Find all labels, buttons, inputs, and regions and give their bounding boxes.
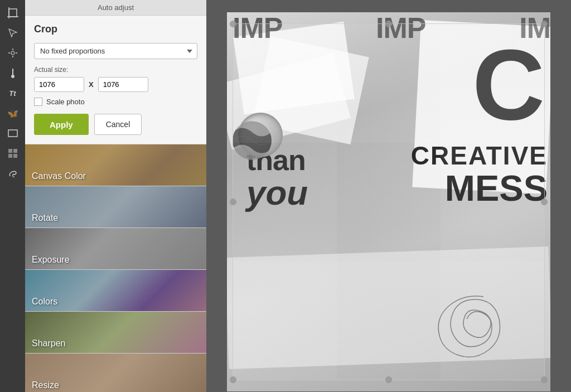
menu-item-exposure[interactable]: Exposure [25,228,206,270]
imp-text-1: IMP [227,13,282,42]
side-panel: Auto adjust Crop No fixed proportions 1:… [25,0,206,392]
scribble-svg [411,263,522,375]
canvas-color-label: Canvas Color [25,167,206,186]
crop-dropdown-row: No fixed proportions 1:1 (Square) 4:3 16… [34,43,197,59]
menu-items-list: Canvas Color Rotate Exposure Colors Shar… [25,144,206,392]
main-canvas[interactable]: IMP IMP IM C CREATIVE MESS than you [206,0,571,392]
photo-background: IMP IMP IM C CREATIVE MESS than you [227,12,550,391]
sharpen-label: Sharpen [25,334,206,353]
x-separator: X [89,80,94,89]
svg-rect-0 [9,9,17,17]
apply-button[interactable]: Apply [34,114,89,135]
you-text: you [246,173,308,212]
width-input[interactable] [34,77,84,92]
svg-point-8 [11,75,14,78]
photo-container: IMP IMP IM C CREATIVE MESS than you [227,12,550,391]
actual-size-label: Actual size: [34,66,197,74]
curl-icon[interactable] [4,165,21,182]
svg-point-7 [11,51,14,55]
menu-item-canvas-color[interactable]: Canvas Color [25,144,206,186]
brush-icon[interactable] [4,65,21,81]
select-tool-icon[interactable] [4,25,21,41]
butterfly-icon[interactable]: 🦋 [4,105,21,122]
big-c-text: C [472,35,545,135]
svg-rect-12 [8,154,12,158]
crop-section: Crop No fixed proportions 1:1 (Square) 4… [25,16,206,144]
left-toolbar: Tt 🦋 [0,0,25,392]
photo-content: IMP IMP IM C CREATIVE MESS than you [227,12,550,391]
creative-text: CREATIVE [411,141,548,171]
imp-text-2: IMP [376,13,425,42]
auto-adjust-label: Auto adjust [98,3,134,12]
mess-text: MESS [445,167,548,209]
size-inputs-row: X [34,77,197,92]
exposure-label: Exposure [25,250,206,269]
pattern-icon[interactable] [4,145,21,162]
magic-wand-icon[interactable] [4,45,21,61]
crop-title: Crop [34,23,197,35]
text-tool-icon[interactable]: Tt [4,85,21,101]
scale-photo-row: Scale photo [34,98,197,106]
svg-rect-9 [8,130,17,137]
scale-photo-checkbox[interactable] [34,98,42,106]
menu-item-colors[interactable]: Colors [25,270,206,312]
buttons-row: Apply Cancel [34,114,197,135]
crop-proportion-dropdown[interactable]: No fixed proportions 1:1 (Square) 4:3 16… [34,43,197,59]
crop-tool-icon[interactable] [4,4,21,21]
rotate-label: Rotate [25,209,206,228]
resize-label: Resize [25,376,206,392]
svg-rect-13 [13,154,17,158]
menu-item-resize[interactable]: Resize [25,354,206,392]
menu-item-rotate[interactable]: Rotate [25,186,206,228]
rectangle-tool-icon[interactable] [4,125,21,142]
striped-ball [233,121,272,160]
height-input[interactable] [98,77,148,92]
colors-label: Colors [25,292,206,311]
svg-rect-11 [13,149,17,153]
svg-rect-10 [8,149,12,153]
scale-photo-label: Scale photo [46,98,85,106]
menu-item-sharpen[interactable]: Sharpen [25,312,206,354]
auto-adjust-bar: Auto adjust [25,0,206,16]
cancel-button[interactable]: Cancel [94,114,142,135]
